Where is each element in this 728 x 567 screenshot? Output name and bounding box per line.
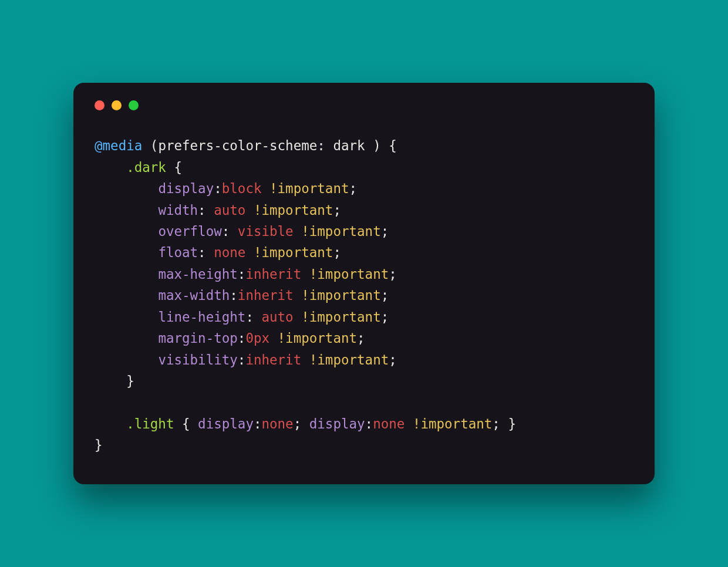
css-value: inherit [245, 352, 301, 367]
css-property: float [158, 245, 198, 260]
css-value: inherit [245, 266, 301, 282]
traffic-lights [95, 100, 633, 110]
code-block: @media (prefers-color-scheme: dark ) { .… [95, 135, 633, 456]
selector-light: .light [126, 416, 174, 431]
colon: : [317, 138, 333, 153]
semicolon: ; [389, 352, 397, 367]
code-window: @media (prefers-color-scheme: dark ) { .… [73, 83, 655, 484]
colon: : [365, 416, 373, 431]
css-value: none [261, 416, 293, 431]
css-property: display [309, 416, 365, 431]
important-keyword: !important [301, 266, 389, 282]
important-keyword: !important [245, 203, 333, 218]
paren-open: ( [142, 138, 158, 153]
indent [95, 266, 158, 282]
css-value: auto [261, 309, 293, 325]
semicolon: ; [381, 288, 389, 303]
indent [95, 373, 126, 389]
important-keyword: !important [294, 288, 381, 303]
css-value: none [214, 245, 245, 260]
css-property: overflow [158, 224, 221, 239]
semicolon: ; [381, 309, 389, 325]
colon: : [222, 224, 238, 239]
close-icon[interactable] [95, 100, 105, 110]
brace-close: } [500, 416, 516, 431]
css-property: visibility [158, 352, 237, 367]
indent [95, 309, 158, 325]
indent [95, 416, 126, 431]
semicolon: ; [294, 416, 309, 431]
minimize-icon[interactable] [112, 100, 122, 110]
css-value: 0px [245, 330, 269, 346]
colon: : [198, 203, 214, 218]
semicolon: ; [333, 245, 341, 260]
css-property: max-width [158, 288, 230, 303]
semicolon: ; [381, 224, 389, 239]
indent [95, 352, 158, 367]
brace-open: { [166, 160, 182, 175]
colon: : [238, 330, 246, 346]
colon: : [238, 266, 246, 282]
important-keyword: !important [261, 181, 349, 196]
indent [95, 224, 158, 239]
colon: : [198, 245, 214, 260]
colon: : [230, 288, 238, 303]
important-keyword: !important [405, 416, 492, 431]
media-feature: prefers-color-scheme [158, 138, 317, 153]
css-value: block [222, 181, 262, 196]
at-rule: @media [95, 138, 142, 153]
colon: : [238, 352, 246, 367]
colon: : [245, 309, 261, 325]
important-keyword: !important [301, 352, 389, 367]
css-property: display [158, 181, 214, 196]
brace-close: } [95, 437, 103, 453]
selector-dark: .dark [126, 160, 166, 175]
semicolon: ; [333, 203, 341, 218]
css-value: visible [238, 224, 294, 239]
brace-open: { [174, 416, 198, 431]
indent [95, 245, 158, 260]
indent [95, 288, 158, 303]
colon: : [254, 416, 262, 431]
indent [95, 203, 158, 218]
css-value: inherit [238, 288, 294, 303]
paren-close-brace: ) { [365, 138, 397, 153]
colon: : [214, 181, 222, 196]
css-property: display [198, 416, 254, 431]
css-value: auto [214, 203, 245, 218]
indent [95, 181, 158, 196]
important-keyword: !important [294, 309, 381, 325]
css-property: max-height [158, 266, 237, 282]
semicolon: ; [357, 330, 365, 346]
maximize-icon[interactable] [129, 100, 139, 110]
semicolon: ; [349, 181, 358, 196]
media-value: dark [333, 138, 365, 153]
css-property: width [158, 203, 198, 218]
indent [95, 330, 158, 346]
indent [95, 160, 126, 175]
semicolon: ; [492, 416, 500, 431]
css-property: margin-top [158, 330, 237, 346]
css-value: none [373, 416, 405, 431]
brace-close: } [126, 373, 134, 389]
important-keyword: !important [269, 330, 357, 346]
semicolon: ; [389, 266, 397, 282]
css-property: line-height [158, 309, 245, 325]
important-keyword: !important [245, 245, 333, 260]
important-keyword: !important [294, 224, 381, 239]
